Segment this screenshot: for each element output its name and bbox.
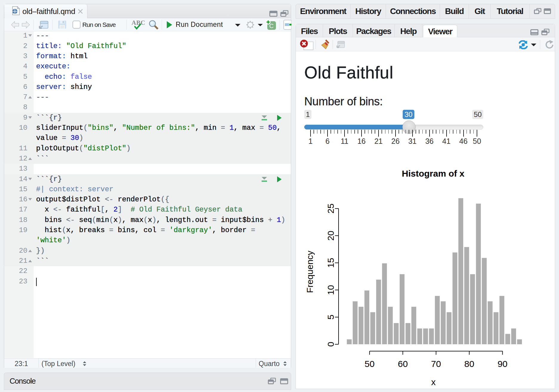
- svg-text:90: 90: [498, 359, 507, 369]
- svg-text:15: 15: [326, 258, 336, 268]
- svg-text:Frequency: Frequency: [305, 251, 315, 293]
- svg-text:10: 10: [326, 285, 336, 295]
- svg-text:Histogram of x: Histogram of x: [402, 169, 464, 178]
- svg-text:25: 25: [326, 203, 336, 213]
- svg-text:5: 5: [326, 315, 336, 320]
- svg-text:70: 70: [431, 359, 441, 369]
- svg-text:80: 80: [464, 359, 474, 369]
- svg-text:60: 60: [398, 359, 408, 369]
- svg-text:20: 20: [326, 231, 336, 240]
- svg-text:50: 50: [365, 359, 374, 369]
- svg-text:0: 0: [326, 342, 336, 347]
- svg-text:x: x: [431, 377, 436, 387]
